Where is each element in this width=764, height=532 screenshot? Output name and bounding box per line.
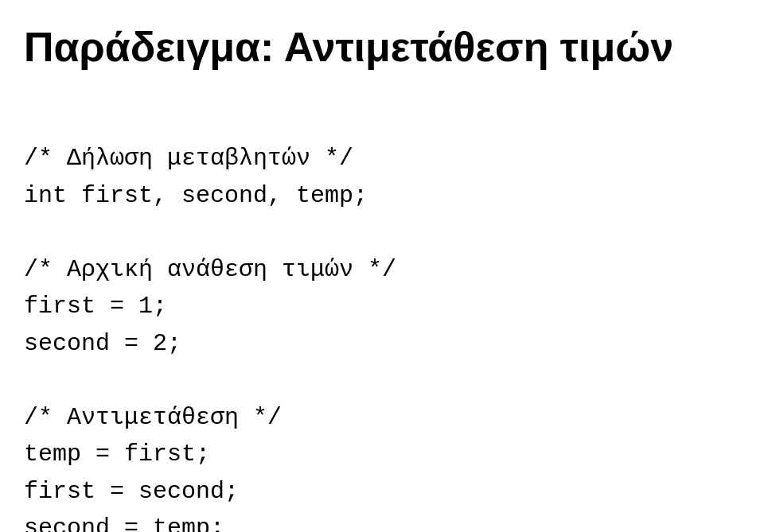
code-line: /* Αρχική ανάθεση τιμών */ [24, 251, 740, 289]
code-empty-line [24, 214, 740, 251]
page-title: Παράδειγμα: Αντιμετάθεση τιμών [24, 24, 740, 72]
code-line: int first, second, temp; [24, 177, 740, 215]
code-line: temp = first; [24, 436, 740, 473]
code-line: second = 2; [24, 325, 740, 363]
code-empty-line [24, 362, 740, 399]
code-block: /* Δήλωση μεταβλητών */int first, second… [24, 103, 740, 532]
code-line: /* Αντιμετάθεση */ [24, 399, 740, 437]
code-line: second = temp; [24, 510, 740, 532]
code-line: /* Δήλωση μεταβλητών */ [24, 140, 740, 177]
code-line: first = second; [24, 473, 740, 511]
code-line: first = 1; [24, 288, 740, 325]
